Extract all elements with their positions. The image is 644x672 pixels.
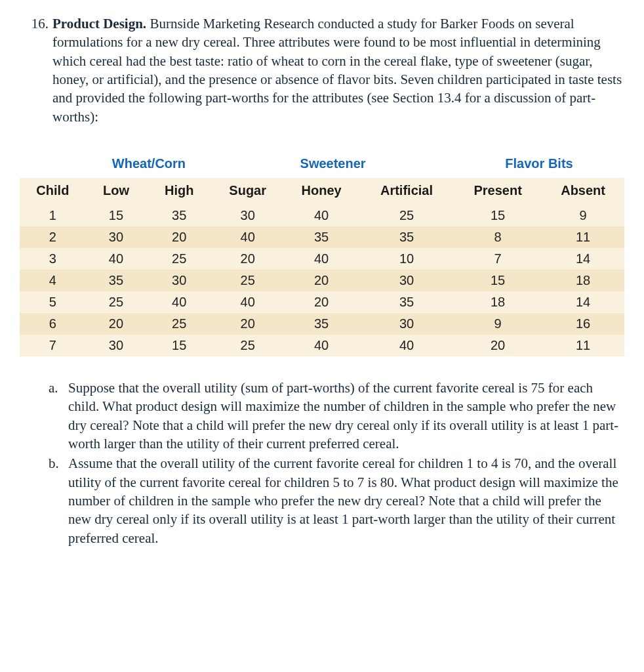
cell: 10 (359, 248, 454, 270)
cell: 30 (146, 270, 212, 291)
table-row: 5 25 40 40 20 35 18 14 (20, 291, 624, 313)
subpart-a-text: Suppose that the overall utility (sum of… (68, 379, 624, 453)
cell: 8 (454, 226, 542, 248)
col-absent: Absent (542, 178, 624, 205)
subpart-b: b. Assume that the overall utility of th… (49, 454, 624, 547)
cell: 35 (283, 313, 359, 335)
cell: 14 (542, 291, 624, 313)
cell: 14 (542, 248, 624, 270)
cell: 30 (86, 226, 147, 248)
table-row: 1 15 35 30 40 25 15 9 (20, 205, 624, 226)
cell: 11 (542, 226, 624, 248)
cell: 35 (146, 205, 212, 226)
cell: 35 (359, 226, 454, 248)
cell-child: 5 (20, 291, 86, 313)
cell-child: 4 (20, 270, 86, 291)
cell: 35 (283, 226, 359, 248)
subparts: a. Suppose that the overall utility (sum… (20, 379, 624, 547)
cell: 40 (86, 248, 147, 270)
col-sugar: Sugar (212, 178, 283, 205)
part-worths-table: Wheat/Corn Sweetener Flavor Bits Child L… (20, 148, 624, 356)
cell: 30 (212, 205, 283, 226)
cell: 15 (454, 270, 542, 291)
cell: 7 (454, 248, 542, 270)
group-flavor-bits: Flavor Bits (454, 148, 624, 178)
cell: 16 (542, 313, 624, 335)
table-row: 6 20 25 20 35 30 9 16 (20, 313, 624, 335)
cell: 25 (146, 248, 212, 270)
cell: 40 (212, 291, 283, 313)
cell: 20 (212, 313, 283, 335)
table-row: 3 40 25 20 40 10 7 14 (20, 248, 624, 270)
cell: 20 (86, 313, 147, 335)
cell-child: 1 (20, 205, 86, 226)
cell: 25 (146, 313, 212, 335)
cell: 15 (86, 205, 147, 226)
cell: 20 (454, 335, 542, 356)
cell: 11 (542, 335, 624, 356)
problem-body: Product Design. Burnside Marketing Resea… (52, 14, 624, 126)
cell: 40 (359, 335, 454, 356)
problem-number: 16. (20, 14, 52, 126)
cell: 20 (283, 270, 359, 291)
col-low: Low (86, 178, 147, 205)
problem-title: Product Design. (52, 16, 146, 32)
subpart-a: a. Suppose that the overall utility (sum… (49, 379, 624, 453)
subpart-a-letter: a. (49, 379, 68, 453)
cell: 40 (146, 291, 212, 313)
col-high: High (146, 178, 212, 205)
cell: 25 (212, 335, 283, 356)
cell: 20 (146, 226, 212, 248)
cell: 40 (212, 226, 283, 248)
cell-child: 6 (20, 313, 86, 335)
cell: 9 (542, 205, 624, 226)
col-honey: Honey (283, 178, 359, 205)
col-artificial: Artificial (359, 178, 454, 205)
table-row: 4 35 30 25 20 30 15 18 (20, 270, 624, 291)
cell: 18 (454, 291, 542, 313)
group-sweetener: Sweetener (212, 148, 454, 178)
cell: 25 (86, 291, 147, 313)
cell: 20 (212, 248, 283, 270)
cell: 35 (359, 291, 454, 313)
cell: 30 (359, 313, 454, 335)
cell: 30 (86, 335, 147, 356)
col-present: Present (454, 178, 542, 205)
cell: 20 (283, 291, 359, 313)
group-wheat-corn: Wheat/Corn (86, 148, 212, 178)
problem-intro: Burnside Marketing Research conducted a … (52, 16, 622, 125)
child-header: Child (20, 178, 86, 205)
cell-child: 7 (20, 335, 86, 356)
table-row: 7 30 15 25 40 40 20 11 (20, 335, 624, 356)
problem-block: 16. Product Design. Burnside Marketing R… (20, 14, 624, 126)
table-row: 2 30 20 40 35 35 8 11 (20, 226, 624, 248)
cell: 35 (86, 270, 147, 291)
cell: 25 (359, 205, 454, 226)
cell-child: 2 (20, 226, 86, 248)
cell: 40 (283, 248, 359, 270)
cell: 40 (283, 335, 359, 356)
subpart-b-letter: b. (49, 454, 68, 547)
subpart-b-text: Assume that the overall utility of the c… (68, 454, 624, 547)
cell: 40 (283, 205, 359, 226)
cell: 18 (542, 270, 624, 291)
cell: 15 (146, 335, 212, 356)
data-table-wrap: Wheat/Corn Sweetener Flavor Bits Child L… (20, 148, 624, 356)
group-header-row: Wheat/Corn Sweetener Flavor Bits (20, 148, 624, 178)
cell: 25 (212, 270, 283, 291)
cell: 15 (454, 205, 542, 226)
cell-child: 3 (20, 248, 86, 270)
cell: 9 (454, 313, 542, 335)
cell: 30 (359, 270, 454, 291)
sub-header-row: Child Low High Sugar Honey Artificial Pr… (20, 178, 624, 205)
